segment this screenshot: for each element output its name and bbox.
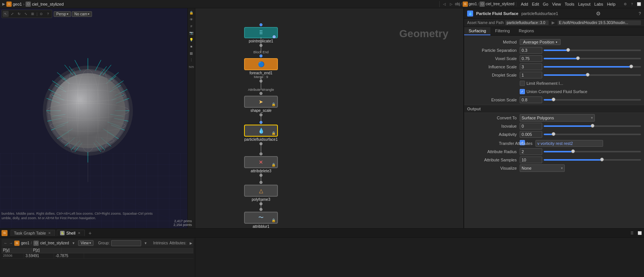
nav-back-icon[interactable]: ◁ bbox=[441, 1, 447, 7]
viewport-tool-help[interactable]: ? bbox=[45, 11, 51, 17]
voxel-scale-input[interactable] bbox=[520, 55, 542, 62]
influence-scale-input[interactable] bbox=[520, 63, 542, 70]
connector-bottom[interactable] bbox=[259, 80, 262, 83]
node-box-attribblur[interactable]: 〜 🔒 bbox=[244, 212, 278, 224]
attribute-radius-slider[interactable] bbox=[544, 151, 641, 152]
tab-filtering[interactable]: Filtering bbox=[490, 27, 514, 35]
filter-icon[interactable]: ▼ bbox=[71, 240, 77, 246]
task-graph-close[interactable]: ✕ bbox=[47, 231, 52, 235]
add-tab-button[interactable]: + bbox=[86, 229, 94, 237]
influence-scale-slider[interactable] bbox=[544, 66, 641, 68]
geo1-icon[interactable]: G bbox=[6, 2, 12, 7]
method-button[interactable]: Average Position ▾ bbox=[520, 39, 561, 45]
bottom-maximize[interactable]: ⬜ bbox=[636, 230, 642, 236]
nav-forward-icon[interactable]: ▷ bbox=[448, 1, 454, 7]
adaptivity-slider[interactable] bbox=[544, 134, 641, 135]
erosion-scale-slider[interactable] bbox=[544, 99, 641, 101]
connector-bottom[interactable] bbox=[259, 202, 262, 205]
erosion-scale-input[interactable] bbox=[520, 96, 542, 103]
settings-icon[interactable]: ⚙ bbox=[622, 1, 628, 7]
node-attribdelete[interactable]: ✕ 🔒 attribdelete3 bbox=[244, 152, 278, 177]
asset-path[interactable]: E:/soft/Houdini/Houdini 19.5.303/houdin.… bbox=[558, 20, 641, 25]
viewport-tool-rotate[interactable]: ↻ bbox=[16, 11, 22, 17]
node-pointreplicate1[interactable]: ⠿ pointreplicate1 bbox=[244, 23, 278, 47]
viewport-tool-select[interactable]: ↖ bbox=[3, 11, 9, 17]
viewport[interactable]: ↖ ⤢ ↻ ⤡ ⊞ | ⊙ ? Persp ▾ No cam bbox=[0, 8, 195, 228]
node-graph[interactable]: Geometry bbox=[195, 8, 464, 228]
shell-close[interactable]: ✕ bbox=[77, 231, 81, 235]
voxel-scale-slider[interactable] bbox=[544, 58, 641, 59]
vp-light-icon[interactable]: 💡 bbox=[189, 37, 195, 43]
particle-sep-input[interactable] bbox=[520, 47, 542, 54]
vp-lock-icon[interactable]: 🔒 bbox=[189, 10, 195, 16]
node-box-pointreplicate1[interactable]: ⠿ bbox=[244, 27, 278, 38]
node-box-shape-scale[interactable]: ➤ 🔒 bbox=[244, 96, 278, 108]
menu-view[interactable]: View bbox=[550, 2, 563, 6]
union-compressed-checkbox[interactable]: ✓ bbox=[520, 89, 525, 94]
prop-help-button[interactable]: ? bbox=[639, 11, 641, 16]
menu-layout[interactable]: Layout bbox=[576, 2, 592, 6]
droplet-scale-slider[interactable] bbox=[544, 74, 641, 76]
limit-refinement-checkbox[interactable] bbox=[520, 81, 525, 86]
viewport-tool-scale[interactable]: ⤡ bbox=[23, 11, 29, 17]
persp-button[interactable]: Persp ▾ bbox=[54, 11, 71, 17]
vp-grid-icon[interactable]: # bbox=[189, 23, 195, 29]
node-box-particle[interactable]: 💧 🔒 bbox=[244, 125, 278, 137]
node-shape-scale[interactable]: Attribute Wrangle ➤ 🔒 shape_scale bbox=[244, 88, 278, 116]
adaptivity-input[interactable] bbox=[520, 131, 542, 138]
bottom-settings[interactable]: ☰ bbox=[629, 230, 635, 236]
connector-bottom[interactable] bbox=[259, 142, 262, 145]
droplet-scale-input[interactable] bbox=[520, 72, 542, 78]
menu-help[interactable]: Help bbox=[605, 2, 617, 6]
viewport-tool-transform[interactable]: ⤢ bbox=[9, 11, 15, 17]
connector-top[interactable] bbox=[259, 152, 262, 155]
path-tree[interactable]: ciel_tree_stylized bbox=[40, 241, 69, 245]
tab-surfacing[interactable]: Surfacing bbox=[464, 27, 490, 35]
node-box-attribdelete[interactable]: ✕ 🔒 bbox=[244, 156, 278, 168]
node-attribblur[interactable]: 〜 🔒 attribblur1 N bbox=[244, 208, 278, 228]
breadcrumb-geo1[interactable]: geo1 bbox=[13, 2, 22, 6]
group-input[interactable] bbox=[111, 240, 141, 246]
connector-top[interactable] bbox=[259, 92, 262, 95]
viewport-tool-obj[interactable]: ⊙ bbox=[38, 11, 44, 17]
particle-sep-slider[interactable] bbox=[544, 50, 641, 51]
vp-bg-icon[interactable]: ▦ bbox=[189, 50, 195, 56]
node-box-foreach[interactable]: 🔵 bbox=[244, 58, 278, 70]
connector-bottom[interactable] bbox=[259, 174, 262, 177]
attribute-samples-slider[interactable] bbox=[544, 159, 641, 161]
menu-tools[interactable]: Tools bbox=[563, 2, 576, 6]
no-cam-button[interactable]: No cam ▾ bbox=[72, 11, 92, 17]
convert-to-select[interactable]: Surface Polygons ▾ bbox=[520, 114, 595, 122]
attributes-arrow[interactable]: ▶ bbox=[188, 240, 194, 246]
node-polyframe[interactable]: △ polyframe3 bbox=[244, 181, 278, 205]
path-geo1[interactable]: geo1 bbox=[21, 241, 29, 245]
menu-labs[interactable]: Labs bbox=[593, 2, 605, 6]
connector-top[interactable] bbox=[259, 208, 262, 211]
visualize-select[interactable]: None ▾ bbox=[520, 164, 565, 172]
vp-eye-icon[interactable]: 👁 bbox=[189, 17, 195, 23]
task-graph-tab[interactable]: Task Graph Table ✕ bbox=[11, 230, 55, 236]
attribute-samples-input[interactable] bbox=[520, 157, 542, 163]
connector-top[interactable] bbox=[259, 23, 262, 26]
menu-edit[interactable]: Edit bbox=[530, 2, 540, 6]
attribute-radius-input[interactable] bbox=[520, 148, 542, 155]
view-button[interactable]: View ▾ bbox=[78, 240, 94, 246]
isovalue-input[interactable] bbox=[520, 123, 542, 129]
menu-add[interactable]: Add bbox=[519, 2, 530, 6]
question-icon[interactable]: ? bbox=[629, 1, 635, 7]
breadcrumb-tree[interactable]: ciel_tree_stylized bbox=[32, 2, 63, 6]
node-particlefluidsurface[interactable]: 💧 🔒 particlefluidsurface1 bbox=[244, 121, 278, 145]
asset-value[interactable]: particlefluidsurface::3.0 bbox=[505, 20, 548, 25]
tree-label[interactable]: ciel_tree_stylized bbox=[486, 2, 514, 6]
node-box-polyframe[interactable]: △ bbox=[244, 185, 278, 197]
isovalue-slider[interactable] bbox=[544, 125, 641, 127]
connector-top[interactable] bbox=[259, 54, 262, 57]
group-filter-icon[interactable]: ▼ bbox=[143, 240, 149, 246]
vp-render-icon[interactable]: ■ bbox=[189, 44, 195, 50]
tab-regions[interactable]: Regions bbox=[514, 27, 538, 35]
vp-more-icon[interactable]: ⋮ bbox=[189, 57, 195, 63]
transfer-attr-input[interactable] bbox=[535, 140, 603, 147]
menu-go[interactable]: Go bbox=[541, 2, 550, 6]
maximize-icon[interactable]: ⬜ bbox=[636, 1, 642, 7]
geo1-icon2[interactable]: G bbox=[463, 2, 468, 7]
